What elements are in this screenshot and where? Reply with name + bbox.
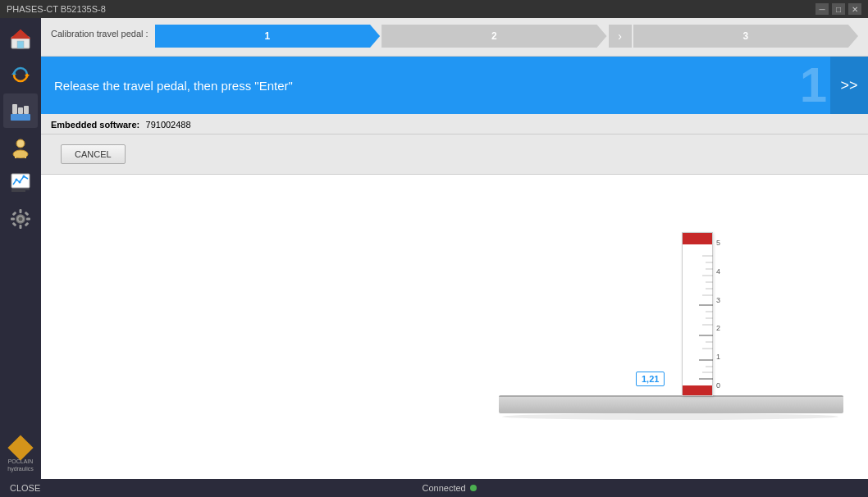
connection-status: Connected: [423, 483, 477, 493]
ruler-ticks-svg: [683, 233, 714, 397]
sidebar-item-home[interactable]: [3, 21, 38, 56]
cancel-area: CANCEL: [41, 135, 868, 175]
minimize-button[interactable]: ─: [815, 3, 829, 15]
embedded-software-label: Embedded software:: [51, 120, 139, 130]
main-layout: POCLAINhydraulics Calibration travel ped…: [0, 18, 868, 479]
work-area: 5 4 3 2 1 0 1,21: [41, 175, 868, 479]
scale-label-0: 0: [716, 381, 720, 390]
sidebar: POCLAINhydraulics: [0, 18, 41, 479]
svg-point-18: [23, 176, 25, 178]
sidebar-item-sync[interactable]: [3, 57, 38, 92]
ruler: [682, 232, 713, 396]
title-bar: PHASES-CT B52135S-8 ─ □ ✕: [0, 0, 868, 18]
svg-rect-6: [11, 114, 30, 121]
sidebar-item-profile[interactable]: [3, 130, 38, 164]
step-1: 1: [155, 25, 380, 48]
embedded-software-value: 791002488: [146, 120, 191, 130]
svg-point-17: [19, 181, 21, 184]
svg-rect-27: [12, 212, 17, 217]
platform-shadow: [502, 413, 838, 420]
calibration-header: Calibration travel pedal : 1 2 › 3: [41, 18, 868, 57]
next-button[interactable]: >>: [830, 57, 868, 114]
software-info: Embedded software: 791002488: [41, 114, 868, 135]
scale-label-2: 2: [716, 324, 720, 332]
svg-rect-9: [24, 106, 29, 114]
svg-rect-8: [18, 107, 23, 114]
svg-rect-25: [11, 218, 15, 221]
svg-point-12: [17, 140, 24, 147]
scale-label-4: 4: [716, 267, 720, 276]
instruction-band: Release the travel pedal, then press "En…: [41, 57, 868, 114]
svg-rect-24: [20, 225, 22, 229]
scale-label-3: 3: [716, 296, 720, 304]
svg-rect-23: [20, 209, 22, 213]
svg-rect-7: [12, 104, 17, 114]
connected-label: Connected: [423, 483, 466, 493]
svg-rect-29: [12, 222, 17, 227]
platform-surface: [499, 395, 843, 413]
svg-rect-28: [25, 212, 30, 217]
scale-label-1: 1: [716, 353, 720, 361]
window-controls: ─ □ ✕: [815, 3, 861, 15]
svg-rect-26: [26, 218, 30, 221]
window-title: PHASES-CT B52135S-8: [7, 4, 106, 14]
step-number-large: 1: [800, 61, 827, 110]
sidebar-item-settings[interactable]: [3, 202, 38, 236]
poclain-logo: POCLAINhydraulics: [7, 432, 34, 479]
connected-dot: [470, 485, 477, 491]
cancel-button[interactable]: CANCEL: [61, 144, 126, 164]
ruler-assembly: 5 4 3 2 1 0 1,21: [682, 232, 720, 396]
close-window-button[interactable]: ✕: [848, 3, 861, 15]
sidebar-item-chart[interactable]: [3, 166, 38, 200]
step-arrow-2: ›: [609, 25, 632, 48]
instruction-text: Release the travel pedal, then press "En…: [54, 79, 293, 93]
step-3: 3: [633, 25, 858, 48]
status-bar: CLOSE Connected: [0, 479, 868, 497]
content-area: Calibration travel pedal : 1 2 › 3: [41, 18, 868, 479]
svg-rect-30: [25, 222, 30, 227]
close-button[interactable]: CLOSE: [10, 483, 40, 493]
ruler-scale-labels: 5 4 3 2 1 0: [716, 232, 720, 396]
scale-label-5: 5: [716, 239, 720, 247]
svg-point-22: [19, 217, 23, 221]
svg-rect-2: [17, 41, 24, 48]
svg-point-16: [16, 179, 18, 181]
gauge-value-text: 1,21: [642, 374, 659, 384]
sidebar-item-calibration[interactable]: [3, 93, 38, 128]
step-2: 2: [381, 25, 606, 48]
gauge-value-badge: 1,21: [636, 372, 665, 386]
maximize-button[interactable]: □: [832, 3, 845, 15]
poclain-brand-text: POCLAINhydraulics: [7, 458, 34, 472]
calibration-title: Calibration travel pedal :: [51, 29, 148, 39]
